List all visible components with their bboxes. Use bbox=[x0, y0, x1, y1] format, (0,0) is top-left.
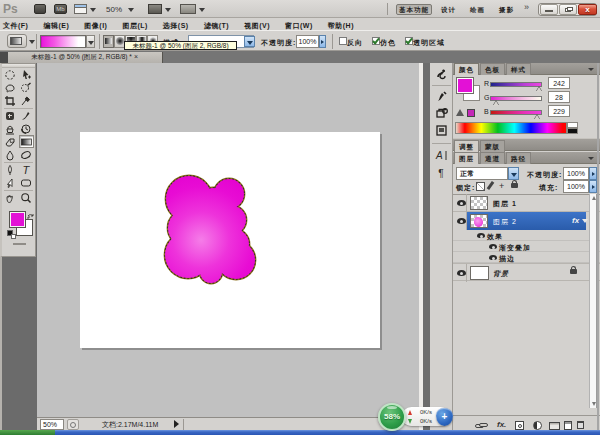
svg-text:A: A bbox=[435, 150, 443, 161]
svg-text:¶: ¶ bbox=[438, 168, 444, 179]
svg-text:T: T bbox=[23, 164, 31, 176]
